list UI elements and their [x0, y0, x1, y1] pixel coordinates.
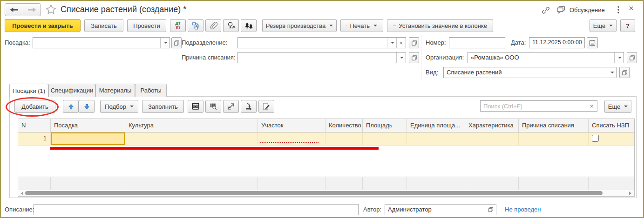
col-header-area-unit[interactable]: Единица площа...: [407, 119, 465, 132]
col-header-quantity[interactable]: Количество: [325, 119, 363, 132]
forward-arrow-icon: [27, 7, 37, 13]
window-menu-button[interactable]: [617, 5, 620, 16]
author-choose-button[interactable]: [485, 205, 496, 215]
cell-characteristic[interactable]: [465, 132, 519, 145]
table-row[interactable]: 1: [18, 132, 634, 145]
kind-dropdown-button[interactable]: [607, 67, 616, 78]
save-button[interactable]: Записать: [84, 19, 123, 32]
back-button[interactable]: [5, 4, 23, 16]
description-input[interactable]: [34, 205, 358, 215]
planting-dropdown-button[interactable]: [160, 38, 169, 48]
status-not-posted-link[interactable]: Не проведен: [505, 206, 541, 213]
number-field[interactable]: [449, 37, 505, 48]
tab-specifications[interactable]: Спецификации: [48, 84, 95, 97]
col-header-area[interactable]: Площадь: [363, 119, 407, 132]
col-header-writeoff-reason[interactable]: Причина списания: [519, 119, 589, 132]
fill-button[interactable]: Заполнить: [142, 100, 184, 113]
attachments-button[interactable]: [205, 19, 221, 32]
resize-corner-icon: [227, 102, 235, 111]
tab-plantings[interactable]: Посадки (1): [9, 84, 48, 97]
plantations-button[interactable]: [241, 19, 257, 32]
post-button[interactable]: Провести: [127, 19, 166, 32]
cell-area[interactable]: [363, 132, 407, 145]
document-structure-button[interactable]: [188, 19, 203, 32]
kind-label: Вид:: [426, 67, 438, 78]
discussion-button[interactable]: Обсуждение: [556, 5, 605, 14]
arrow-down-icon: [83, 103, 90, 110]
close-window-button[interactable]: ×: [629, 3, 634, 13]
favorite-star-button[interactable]: [46, 4, 56, 17]
author-field[interactable]: Администратор: [385, 204, 496, 215]
move-row-down-button[interactable]: [79, 100, 95, 113]
cell-writeoff-nzp[interactable]: [589, 132, 634, 145]
search-clear-button[interactable]: ×: [586, 101, 597, 111]
copy-link-button[interactable]: [541, 6, 550, 17]
horizontal-scrollbar[interactable]: [18, 190, 634, 196]
col-header-culture[interactable]: Культура: [125, 119, 258, 132]
scrollbar-thumb[interactable]: [25, 191, 603, 195]
pencil-edit-icon: [262, 102, 271, 111]
department-field[interactable]: ×: [237, 37, 406, 48]
show-postings-button[interactable]: ДтКт: [170, 19, 186, 32]
kind-choose-button[interactable]: [619, 67, 630, 78]
tab-materials[interactable]: Материалы: [95, 84, 135, 97]
reason-dropdown-button[interactable]: [396, 53, 406, 63]
department-dropdown-button[interactable]: [387, 38, 396, 48]
help-button[interactable]: ?: [620, 19, 635, 32]
department-choose-button[interactable]: [409, 37, 419, 48]
cell-planting-selected[interactable]: [51, 132, 125, 145]
fit-columns-button[interactable]: [223, 100, 239, 113]
date-calendar-button[interactable]: [587, 37, 598, 48]
date-field[interactable]: 11.12.2025 0:00:00: [529, 37, 585, 48]
add-row-button[interactable]: Добавить: [14, 100, 55, 113]
organization-field[interactable]: «Ромашка» ООО: [468, 52, 624, 63]
kind-field[interactable]: Списание растений: [443, 67, 617, 78]
col-header-writeoff-nzp[interactable]: Списать НЗП: [589, 119, 634, 132]
col-header-planting[interactable]: Посадка: [51, 119, 125, 132]
organization-choose-button[interactable]: [627, 52, 637, 63]
cell-writeoff-reason[interactable]: [519, 132, 589, 145]
cell-row-number[interactable]: 1: [18, 132, 51, 145]
form-more-button[interactable]: Еще: [590, 19, 617, 32]
unload-button[interactable]: [241, 100, 257, 113]
col-header-n[interactable]: N: [18, 119, 51, 132]
cell-quantity[interactable]: [325, 132, 363, 145]
choose-icon: [411, 40, 418, 46]
cell-area-unit[interactable]: [407, 132, 465, 145]
writeoff-nzp-checkbox[interactable]: [592, 135, 599, 142]
col-header-characteristic[interactable]: Характеристика: [465, 119, 519, 132]
discussion-label: Обсуждение: [569, 7, 605, 13]
table-more-button[interactable]: Еще: [604, 100, 631, 113]
scroll-right-icon[interactable]: [629, 192, 631, 195]
search-input[interactable]: [481, 101, 586, 111]
move-row-up-button[interactable]: [63, 100, 79, 113]
organization-dropdown-button[interactable]: [614, 53, 624, 63]
table-search-field[interactable]: ×: [480, 100, 597, 112]
pick-button[interactable]: Подбор: [100, 100, 138, 113]
description-label: Описание:: [5, 204, 34, 215]
cell-plot-required[interactable]: [258, 132, 325, 145]
form-splitter: [421, 35, 421, 80]
post-and-close-button[interactable]: Провести и закрыть: [5, 19, 81, 32]
writeoff-reason-field[interactable]: [237, 52, 406, 63]
planting-field[interactable]: [33, 37, 170, 48]
table-header-row: N Посадка Культура Участок Количество Пл…: [18, 119, 634, 132]
barcode-search-button[interactable]: [205, 100, 221, 113]
reason-choose-button[interactable]: [409, 52, 419, 63]
abacus-calc-button[interactable]: [188, 100, 203, 113]
choose-icon: [629, 54, 636, 61]
col-header-plot[interactable]: Участок: [258, 119, 325, 132]
set-column-value-button[interactable]: Установить значение в колонке: [387, 19, 493, 32]
production-reserve-button[interactable]: Резерв производства: [262, 19, 337, 32]
forward-button[interactable]: [23, 4, 41, 16]
description-field[interactable]: [34, 204, 359, 215]
planting-choose-button[interactable]: [171, 37, 182, 48]
tab-works[interactable]: Работы: [135, 84, 167, 97]
print-button[interactable]: Печать: [340, 19, 383, 32]
planting-tree-button[interactable]: [223, 19, 239, 32]
cell-culture[interactable]: [125, 132, 258, 145]
department-clear-button[interactable]: ×: [396, 38, 406, 48]
edit-row-button[interactable]: [258, 100, 274, 113]
paperclip-icon: [209, 21, 218, 30]
scroll-left-icon[interactable]: [21, 192, 23, 195]
